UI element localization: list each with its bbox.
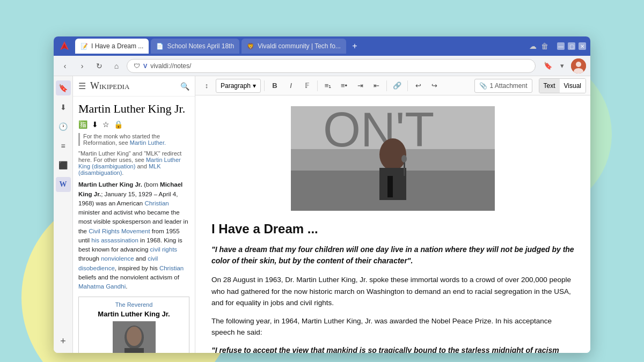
wiki-link-civil-rights2[interactable]: civil rights bbox=[150, 246, 177, 253]
sidebar-item-add[interactable]: + bbox=[56, 334, 71, 349]
vivaldi-logo[interactable] bbox=[58, 40, 71, 53]
link-button[interactable]: 🔗 bbox=[390, 79, 404, 93]
italic-button[interactable]: I bbox=[284, 79, 298, 93]
address-input[interactable]: 🛡 V vivaldi://notes/ bbox=[127, 59, 536, 73]
undo-button[interactable]: ↩ bbox=[411, 79, 425, 93]
avatar[interactable] bbox=[571, 58, 586, 73]
bookmark-dropdown-icon[interactable]: ▾ bbox=[556, 60, 568, 72]
wiki-link-gandhi[interactable]: Mahatma Gandhi bbox=[78, 283, 126, 290]
toolbar-divider-1 bbox=[264, 80, 265, 91]
svg-point-6 bbox=[127, 327, 142, 346]
note-title: I Have a Dream ... bbox=[211, 221, 574, 237]
wiki-star-icon[interactable]: ☆ bbox=[103, 120, 109, 129]
wiki-lock-icon[interactable]: 🔒 bbox=[114, 120, 123, 129]
attachment-button[interactable]: 📎 1 Attachment bbox=[474, 79, 532, 93]
bold-button[interactable]: B bbox=[268, 79, 282, 93]
wiki-infobox-name: Martin Luther King Jr. bbox=[83, 310, 185, 318]
tab-school-label: School Notes April 18th bbox=[167, 42, 234, 50]
address-bar: ‹ › ↻ ⌂ 🛡 V vivaldi://notes/ 🔖 ▾ bbox=[54, 56, 590, 76]
svg-point-11 bbox=[379, 138, 406, 171]
sidebar-item-bookmarks[interactable]: 🔖 bbox=[56, 80, 71, 95]
unordered-list-button[interactable]: ≡• bbox=[337, 79, 351, 93]
ordered-list-button[interactable]: ≡₁ bbox=[321, 79, 335, 93]
toolbar-divider-3 bbox=[386, 80, 387, 91]
wiki-icons-row: 🈯 ⬇ ☆ 🔒 bbox=[78, 120, 189, 129]
sidebar-item-panels[interactable]: ⬛ bbox=[56, 158, 71, 173]
redo-button[interactable]: ↪ bbox=[427, 79, 441, 93]
back-button[interactable]: ‹ bbox=[58, 59, 72, 73]
home-button[interactable]: ⌂ bbox=[109, 59, 123, 73]
refresh-button[interactable]: ↻ bbox=[92, 59, 106, 73]
svg-rect-5 bbox=[125, 348, 144, 353]
close-button[interactable]: ✕ bbox=[579, 42, 586, 50]
text-mode-button[interactable]: Text bbox=[539, 79, 560, 93]
svg-text:ON'T: ON'T bbox=[323, 106, 434, 157]
wiki-infobox-image bbox=[113, 321, 156, 353]
tab-notes-favicon: 📝 bbox=[80, 43, 88, 50]
tab-school-favicon: 📄 bbox=[156, 43, 164, 50]
wiki-infobox: The Reverend Martin Luther King Jr. bbox=[78, 297, 189, 353]
sidebar-item-downloads[interactable]: ⬇ bbox=[56, 100, 71, 115]
maximize-button[interactable]: ▢ bbox=[568, 42, 575, 50]
tab-school-notes[interactable]: 📄 School Notes April 18th bbox=[151, 39, 239, 54]
wiki-link-christian2[interactable]: Christian bbox=[159, 265, 184, 271]
tab-notes-label: I Have a Dream ... bbox=[91, 42, 143, 50]
sidebar-item-history[interactable]: 🕐 bbox=[56, 119, 71, 134]
paragraph-select[interactable]: Paragraph ▾ bbox=[216, 79, 261, 93]
wiki-disambig: For the monk who started the Reformation… bbox=[78, 133, 189, 146]
mlk-image: ON'T bbox=[291, 106, 495, 211]
wiki-link-nonviolence[interactable]: nonviolence bbox=[101, 255, 134, 262]
wiki-download-icon[interactable]: ⬇ bbox=[92, 120, 98, 129]
note-para-2: The following year, in 1964, Martin Luth… bbox=[211, 315, 574, 338]
svg-point-15 bbox=[401, 155, 407, 162]
new-tab-button[interactable]: + bbox=[348, 40, 361, 53]
note-quote: "I have a dream that my four children wi… bbox=[211, 244, 574, 267]
toolbar-divider-4 bbox=[407, 80, 408, 91]
wiki-translate-icon[interactable]: 🈯 bbox=[78, 120, 87, 129]
wiki-panel-title: Wikipedia bbox=[90, 80, 129, 92]
notes-editor: ↕ Paragraph ▾ B I 𝔽 ≡₁ ≡• ⇥ ⇤ 🔗 ↩ ↪ bbox=[195, 76, 590, 353]
wiki-infobox-title: The Reverend bbox=[83, 301, 185, 308]
cloud-icon[interactable]: ☁ bbox=[529, 42, 537, 50]
wiki-search-icon[interactable]: 🔍 bbox=[180, 82, 189, 91]
tab-vivaldi[interactable]: 🦁 Vivaldi community | Tech fo... bbox=[241, 39, 346, 54]
wiki-menu-icon[interactable]: ☰ bbox=[78, 81, 86, 91]
forward-button[interactable]: › bbox=[75, 59, 89, 73]
paragraph-chevron: ▾ bbox=[253, 82, 256, 90]
note-quote-2: "I refuse to accept the view that mankin… bbox=[211, 345, 574, 353]
sidebar-item-notes[interactable]: ≡ bbox=[56, 138, 71, 153]
svg-rect-13 bbox=[387, 176, 393, 197]
svg-point-1 bbox=[576, 62, 581, 67]
title-bar: 📝 I Have a Dream ... 📄 School Notes Apri… bbox=[54, 36, 590, 56]
wiki-redirect: "Martin Luther King" and "MLK" redirect … bbox=[78, 150, 189, 176]
bookmark-add-icon[interactable]: 🔖 bbox=[542, 60, 554, 72]
sidebar-item-wikipedia[interactable]: W bbox=[56, 177, 71, 192]
wiki-link-civil-rights[interactable]: Civil Rights Movement bbox=[89, 228, 150, 234]
title-bar-controls: ☁ 🗑 — ▢ ✕ bbox=[529, 42, 586, 50]
tab-notes[interactable]: 📝 I Have a Dream ... bbox=[75, 39, 149, 54]
attachment-label: 1 Attachment bbox=[489, 82, 527, 90]
indent-button[interactable]: ⇥ bbox=[353, 79, 367, 93]
text-visual-toggle: Text Visual bbox=[539, 78, 586, 93]
trash-icon[interactable]: 🗑 bbox=[541, 42, 548, 50]
shield-icon: 🛡 bbox=[134, 62, 140, 70]
wiki-disambig-link[interactable]: Martin Luther. bbox=[130, 139, 166, 146]
visual-mode-button[interactable]: Visual bbox=[560, 79, 586, 93]
wiki-link-christian[interactable]: Christian bbox=[144, 200, 169, 206]
wiki-content: Martin Luther King Jr. 🈯 ⬇ ☆ 🔒 For the m… bbox=[73, 97, 195, 353]
wiki-body: Martin Luther King Jr. (born Michael Kin… bbox=[78, 180, 189, 291]
address-icons: 🔖 ▾ bbox=[542, 60, 568, 72]
vivaldi-sidebar: 🔖 ⬇ 🕐 ≡ ⬛ W + bbox=[54, 76, 73, 353]
source-toggle-button[interactable]: ↕ bbox=[200, 79, 214, 93]
address-v-icon: V bbox=[143, 63, 147, 69]
note-para-1: On 28 August in 1963, Dr. Martin Luther … bbox=[211, 274, 574, 309]
address-text: vivaldi://notes/ bbox=[150, 62, 191, 70]
minimize-button[interactable]: — bbox=[557, 42, 565, 50]
outdent-button[interactable]: ⇤ bbox=[369, 79, 383, 93]
tab-vivaldi-label: Vivaldi community | Tech fo... bbox=[258, 42, 341, 50]
editor-content[interactable]: ON'T I Have a Dream ... "I have a dream … bbox=[195, 95, 590, 353]
strikethrough-button[interactable]: 𝔽 bbox=[300, 79, 314, 93]
wiki-link-assassination[interactable]: his assassination bbox=[91, 237, 138, 243]
main-content: 🔖 ⬇ 🕐 ≡ ⬛ W + ☰ Wikipedia 🔍 Martin Luthe… bbox=[54, 76, 590, 353]
toolbar-divider-2 bbox=[317, 80, 318, 91]
